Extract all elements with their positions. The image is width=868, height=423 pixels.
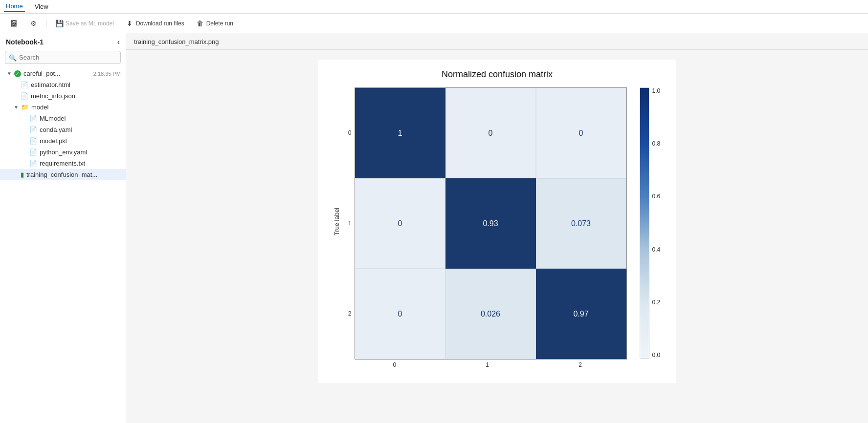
y-ticks: 0 1 2 xyxy=(348,87,355,359)
folder-icon: 📁 xyxy=(21,104,29,111)
file-icon: 📄 xyxy=(21,81,28,88)
settings-button[interactable]: ⚙ xyxy=(24,18,42,29)
delete-run-button[interactable]: 🗑 Delete run xyxy=(191,18,238,29)
sidebar-collapse-button[interactable]: ‹ xyxy=(117,38,120,46)
file-label: model.pkl xyxy=(40,137,67,145)
toolbar-divider-1 xyxy=(46,19,46,28)
file-label: MLmodel xyxy=(40,115,66,122)
y-axis-label: True label xyxy=(333,208,340,235)
colorbar-container: 1.0 0.8 0.6 0.4 0.2 0.0 xyxy=(640,87,662,359)
y-ticks-and-matrix: 0 1 2 1 0 0 0 xyxy=(348,87,627,360)
matrix-cell-0-0: 1 xyxy=(355,88,445,178)
download-icon: ⬇ xyxy=(126,20,134,27)
matrix-grid: 1 0 0 0 0.93 0.073 0 0.026 0.97 xyxy=(355,87,627,360)
run-chevron-down-icon: ▼ xyxy=(7,71,12,76)
file-icon: 📄 xyxy=(29,115,37,122)
sidebar-item-model-folder[interactable]: ▼ 📁 model xyxy=(0,102,126,113)
sidebar-item-training-confusion-matrix[interactable]: ▮ training_confusion_mat... xyxy=(0,169,126,180)
notebook-icon-button[interactable]: 📓 xyxy=(5,18,22,29)
matrix-cell-1-0: 0 xyxy=(355,178,445,269)
trash-icon: 🗑 xyxy=(196,20,204,27)
x-tick-2: 2 xyxy=(535,361,625,368)
sidebar-title: Notebook-1 xyxy=(6,38,44,46)
file-icon: 📄 xyxy=(21,92,28,100)
file-label: training_confusion_mat... xyxy=(26,171,97,178)
save-ml-model-label: Save as ML model xyxy=(66,20,114,27)
run-status-icon: ✓ xyxy=(14,70,21,77)
chart-title: Normalized confusion matrix xyxy=(442,69,553,80)
sidebar-item-model-pkl[interactable]: 📄 model.pkl xyxy=(0,135,126,147)
matrix-cell-2-1: 0.026 xyxy=(445,269,536,359)
colorbar-gradient xyxy=(640,87,649,359)
file-label: conda.yaml xyxy=(40,126,72,133)
sidebar-item-python-env-yaml[interactable]: 📄 python_env.yaml xyxy=(0,147,126,158)
file-icon: 📄 xyxy=(29,126,37,133)
gear-icon: ⚙ xyxy=(29,20,37,27)
y-axis-label-container: True label xyxy=(333,87,340,356)
y-tick-1: 1 xyxy=(348,220,352,227)
matrix-and-xaxis: 0 1 2 1 0 0 0 xyxy=(348,87,627,368)
colorbar-tick-0-4: 0.4 xyxy=(652,246,661,253)
toolbar: 📓 ⚙ 💾 Save as ML model ⬇ Download run fi… xyxy=(0,14,868,33)
menu-view[interactable]: View xyxy=(33,2,50,11)
save-ml-model-button[interactable]: 💾 Save as ML model xyxy=(50,18,119,29)
matrix-cell-2-0: 0 xyxy=(355,269,445,359)
app-body: Notebook-1 ‹ 🔍 ▼ ✓ careful_pot... 2:18:3… xyxy=(0,33,868,423)
download-run-files-label: Download run files xyxy=(136,20,184,27)
y-tick-2: 2 xyxy=(348,310,352,317)
sidebar-item-requirements-txt[interactable]: 📄 requirements.txt xyxy=(0,158,126,169)
file-label: estimator.html xyxy=(31,81,70,88)
sidebar: Notebook-1 ‹ 🔍 ▼ ✓ careful_pot... 2:18:3… xyxy=(0,33,126,423)
sidebar-item-estimator-html[interactable]: 📄 estimator.html xyxy=(0,79,126,90)
file-icon: 📄 xyxy=(29,148,37,156)
sidebar-tree: ▼ ✓ careful_pot... 2:18:35 PM 📄 estimato… xyxy=(0,68,126,423)
chart-area: Normalized confusion matrix True label 0… xyxy=(126,50,868,423)
matrix-cell-1-2: 0.073 xyxy=(536,178,626,269)
save-icon: 💾 xyxy=(55,20,63,27)
chart-body: True label 0 1 2 xyxy=(333,87,661,368)
colorbar-tick-1-0: 1.0 xyxy=(652,87,661,94)
filename-label: training_confusion_matrix.png xyxy=(134,38,219,45)
png-file-icon: ▮ xyxy=(21,171,24,178)
chart-container: Normalized confusion matrix True label 0… xyxy=(318,60,676,383)
file-label: metric_info.json xyxy=(31,92,75,100)
run-time: 2:18:35 PM xyxy=(93,71,121,77)
file-label: python_env.yaml xyxy=(40,148,87,156)
colorbar-tick-0-2: 0.2 xyxy=(652,299,661,306)
sidebar-item-mlmodel[interactable]: 📄 MLmodel xyxy=(0,113,126,124)
file-icon: 📄 xyxy=(29,137,37,145)
folder-chevron-down-icon: ▼ xyxy=(14,105,19,110)
run-name: careful_pot... xyxy=(23,70,60,77)
notebook-icon: 📓 xyxy=(10,20,18,27)
folder-label: model xyxy=(31,104,48,111)
colorbar-tick-0-8: 0.8 xyxy=(652,140,661,147)
search-input[interactable] xyxy=(5,51,121,64)
sidebar-item-metric-info-json[interactable]: 📄 metric_info.json xyxy=(0,90,126,102)
x-tick-0: 0 xyxy=(349,361,440,368)
y-tick-0: 0 xyxy=(348,129,352,136)
file-label: requirements.txt xyxy=(40,160,85,167)
download-run-files-button[interactable]: ⬇ Download run files xyxy=(121,18,189,29)
menu-bar: Home View xyxy=(0,0,868,14)
sidebar-item-conda-yaml[interactable]: 📄 conda.yaml xyxy=(0,124,126,135)
colorbar-tick-0-0: 0.0 xyxy=(652,352,661,359)
sidebar-header: Notebook-1 ‹ xyxy=(0,33,126,49)
colorbar-ticks: 1.0 0.8 0.6 0.4 0.2 0.0 xyxy=(651,87,662,359)
matrix-cell-2-2: 0.97 xyxy=(536,269,626,359)
x-ticks: 0 1 2 xyxy=(348,361,627,368)
file-header: training_confusion_matrix.png xyxy=(126,33,868,50)
file-icon: 📄 xyxy=(29,160,37,167)
matrix-cell-0-1: 0 xyxy=(445,88,536,178)
colorbar-tick-0-6: 0.6 xyxy=(652,193,661,200)
matrix-cell-0-2: 0 xyxy=(536,88,626,178)
main-content: training_confusion_matrix.png Normalized… xyxy=(126,33,868,423)
sidebar-search-container: 🔍 xyxy=(5,51,121,64)
matrix-cell-1-1: 0.93 xyxy=(445,178,536,269)
sidebar-run-item[interactable]: ▼ ✓ careful_pot... 2:18:35 PM xyxy=(0,68,126,79)
menu-home[interactable]: Home xyxy=(4,1,25,12)
search-icon: 🔍 xyxy=(9,54,17,61)
delete-run-label: Delete run xyxy=(206,20,233,27)
x-tick-1: 1 xyxy=(442,361,533,368)
